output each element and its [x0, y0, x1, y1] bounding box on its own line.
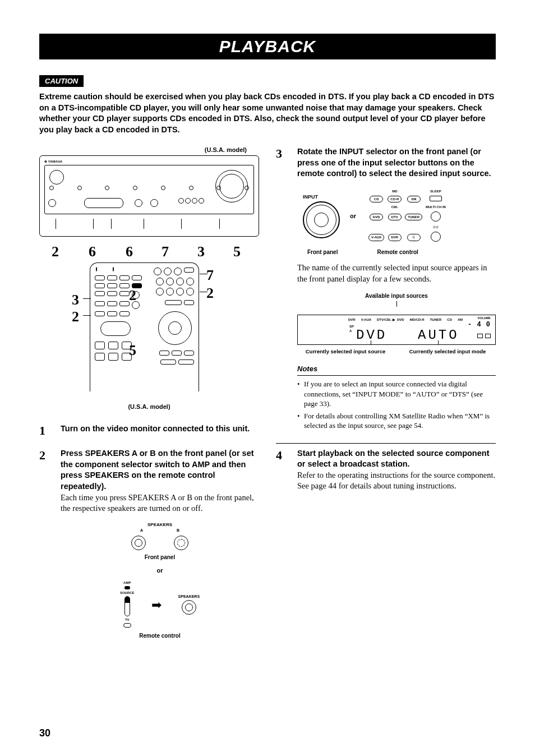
caution-text: Extreme caution should be exercised when… — [39, 91, 496, 135]
remote-diagram: 3 2 2 5 7 2 — [39, 262, 259, 400]
fp-callout-6a: 6 — [89, 243, 96, 260]
speakers-front-panel-fig: SPEAKERS A B Front panel — [109, 522, 210, 561]
lcd-cap-right: Currently selected input mode — [400, 348, 495, 356]
divider — [276, 443, 496, 444]
notes-list: If you are to select an input source con… — [297, 379, 496, 431]
input-or: or — [350, 212, 356, 220]
step-3-bold: Rotate the INPUT selector on the front p… — [297, 147, 491, 178]
step-4-body2: See page 44 for details about tuning ins… — [297, 481, 456, 490]
input-label: INPUT — [303, 193, 340, 200]
available-sources-label: Available input sources — [297, 292, 496, 300]
step-2-num: 2 — [39, 448, 50, 640]
input-caption-remote: Remote control — [377, 248, 418, 256]
caution-label: CAUTION — [39, 75, 84, 87]
note-item: For details about controlling XM Satelli… — [297, 411, 496, 431]
rc-callout-3: 3 — [72, 292, 79, 308]
fp-callout-7: 7 — [162, 243, 169, 260]
model-note-top: (U.S.A. model) — [39, 146, 259, 153]
speaker-b-label: B — [177, 528, 179, 533]
fp-callout-6b: 6 — [126, 243, 133, 260]
fp-callout-3: 3 — [197, 243, 205, 260]
arrow-right-icon: ➡ — [151, 597, 162, 614]
input-selector-fig: INPUT or MDSLEEP CDCD-RXM CBLMULTI CH IN… — [303, 187, 496, 245]
rc-callout-5: 5 — [129, 342, 136, 359]
input-remote-grid: MDSLEEP CDCD-RXM CBLMULTI CH IN DVDDTVTU… — [366, 187, 448, 245]
selector-slider-icon — [124, 596, 130, 616]
rc-speakers-label: SPEAKERS — [178, 594, 200, 599]
speaker-a-button-icon — [131, 536, 146, 550]
page-number: 30 — [39, 727, 50, 739]
step-1-text: Turn on the video monitor connected to t… — [61, 424, 250, 433]
step-4-body1: Refer to the operating instructions for … — [297, 471, 495, 480]
speaker-a-label: A — [140, 528, 143, 533]
speakers-remote-fig: AMP SOURCE TV ➡ SPEAKERS — [61, 580, 259, 629]
slider-amp: AMP — [120, 580, 135, 585]
speaker-b-button-icon — [174, 536, 188, 550]
speakers-front-caption: Front panel — [109, 554, 210, 561]
fp-callout-5: 5 — [233, 243, 241, 260]
step-2-body: Each time you press SPEAKERS A or B on t… — [61, 493, 254, 513]
front-panel-diagram: ⊛ YAMAHA — [39, 155, 259, 237]
step-2-bold: Press SPEAKERS A or B on the front panel… — [61, 449, 254, 491]
volume-label: VOLUME — [468, 316, 491, 320]
step-3-body: The name of the currently selected input… — [297, 262, 496, 284]
rc-callout-7: 7 — [206, 267, 214, 284]
notes-heading: Notes — [297, 364, 496, 376]
chapter-title: PLAYBACK — [39, 34, 496, 59]
speakers-title: SPEAKERS — [109, 522, 210, 528]
input-knob-icon — [303, 201, 340, 238]
rc-callout-2b: 2 — [129, 287, 136, 304]
speakers-or: or — [61, 566, 259, 575]
step-1-num: 1 — [39, 423, 50, 438]
slider-source: SOURCE — [120, 591, 135, 595]
model-note-remote: (U.S.A. model) — [39, 403, 259, 410]
lcd-display: DVR V-AUX DTV/CBL DVD MD/CD-R TUNER CD X… — [297, 315, 496, 345]
step-4-num: 4 — [276, 448, 287, 492]
fp-callout-2a: 2 — [52, 243, 59, 260]
rc-callout-2c: 2 — [206, 285, 214, 302]
speakers-remote-caption: Remote control — [61, 632, 259, 640]
input-caption-front: Front panel — [307, 248, 338, 256]
slider-tv: TV — [120, 617, 135, 622]
step-3-num: 3 — [276, 146, 287, 432]
rc-callout-2a: 2 — [72, 308, 79, 325]
note-item: If you are to select an input source con… — [297, 379, 496, 409]
step-4-bold: Start playback on the selected source co… — [297, 449, 489, 469]
rc-speakers-button-icon — [182, 600, 196, 615]
lcd-source: DVD — [356, 326, 387, 344]
volume-value: - 4 0 — [468, 320, 491, 329]
lcd-cap-left: Currently selected input source — [298, 348, 393, 356]
